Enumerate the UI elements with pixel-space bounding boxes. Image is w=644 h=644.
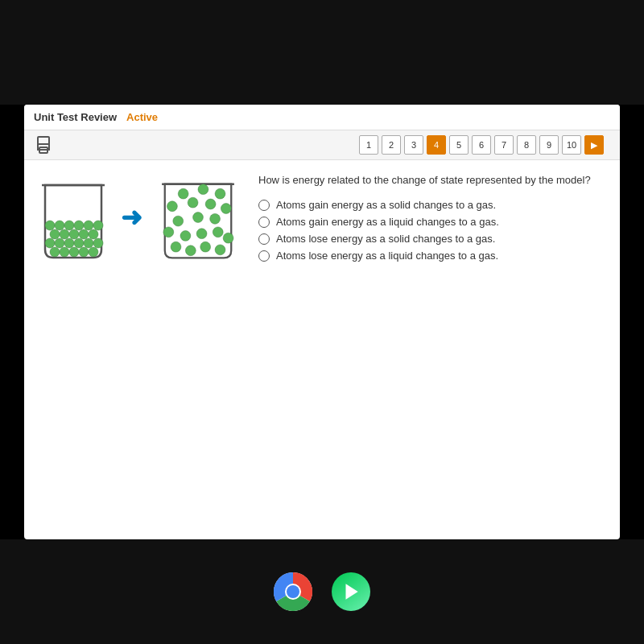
svg-point-30 [215,245,225,255]
svg-point-41 [205,199,216,209]
svg-point-19 [89,229,98,239]
svg-point-22 [64,221,74,230]
page-btn-9[interactable]: 9 [539,135,559,155]
svg-point-25 [93,221,103,230]
svg-point-6 [69,247,79,257]
status-badge: Active [126,111,158,123]
svg-point-39 [167,201,178,212]
question-text: How is energy related to the change of s… [258,173,607,188]
radio-1[interactable] [258,200,270,211]
svg-point-45 [215,188,225,199]
svg-point-15 [50,229,60,239]
svg-point-5 [60,247,69,257]
svg-point-12 [74,238,84,248]
svg-point-29 [200,242,211,252]
svg-point-37 [193,213,204,223]
option-4-text: Atoms lose energy as a liquid changes to… [276,250,498,262]
svg-point-34 [213,227,223,237]
svg-point-43 [178,188,188,199]
transition-arrow: ➜ [121,202,142,233]
header-bar: Unit Test Review Active [24,105,620,130]
page-btn-6[interactable]: 6 [472,135,491,155]
print-icon[interactable] [34,135,53,155]
page-btn-5[interactable]: 5 [449,135,469,155]
toolbar: 1 2 3 4 5 6 7 8 9 10 ▶ [24,130,620,160]
page-btn-2[interactable]: 2 [382,135,401,155]
svg-point-8 [89,247,98,257]
content-area: ➜ [24,160,620,275]
option-2-text: Atoms gain energy as a liquid changes to… [276,216,499,228]
page-btn-1[interactable]: 1 [359,135,378,155]
option-3-text: Atoms lose energy as a solid changes to … [276,233,495,245]
svg-point-31 [163,227,174,237]
svg-point-17 [69,229,79,239]
play-icon[interactable] [332,572,370,611]
svg-point-48 [287,585,299,598]
svg-point-28 [185,246,196,256]
option-4[interactable]: Atoms lose energy as a liquid changes to… [258,250,607,262]
question-area: How is energy related to the change of s… [258,173,607,262]
svg-point-42 [221,204,231,214]
svg-point-7 [79,247,89,257]
page-btn-8[interactable]: 8 [517,135,536,155]
page-btn-10[interactable]: 10 [562,135,581,155]
radio-2[interactable] [258,217,270,228]
svg-point-13 [84,238,93,248]
radio-3[interactable] [258,233,270,245]
svg-point-44 [198,184,208,195]
svg-marker-49 [346,584,358,600]
page-btn-3[interactable]: 3 [404,135,423,155]
beaker-left [37,173,109,262]
svg-point-9 [45,238,55,248]
page-next-button[interactable]: ▶ [584,135,604,155]
svg-point-27 [171,242,181,252]
svg-point-36 [173,216,184,226]
pagination: 1 2 3 4 5 6 7 8 9 10 ▶ [359,135,604,155]
page-btn-4[interactable]: 4 [427,135,446,155]
page-title: Unit Test Review [34,111,117,123]
option-3[interactable]: Atoms lose energy as a solid changes to … [258,233,607,245]
chrome-icon[interactable] [274,572,312,611]
svg-point-32 [180,231,191,242]
svg-point-33 [196,229,207,239]
option-1-text: Atoms gain energy as a solid changes to … [276,199,496,211]
svg-point-4 [50,247,60,257]
svg-point-38 [210,213,221,224]
svg-point-35 [223,233,233,243]
svg-point-16 [60,229,69,239]
svg-point-23 [74,221,84,230]
page-btn-7[interactable]: 7 [494,135,514,155]
svg-point-14 [93,238,103,248]
option-1[interactable]: Atoms gain energy as a solid changes to … [258,199,607,211]
svg-point-40 [188,197,198,208]
answer-options: Atoms gain energy as a solid changes to … [258,199,607,262]
state-change-illustration: ➜ [37,173,242,262]
radio-4[interactable] [258,250,270,262]
svg-point-20 [45,221,55,230]
svg-point-11 [64,238,74,248]
svg-point-18 [79,229,89,239]
main-screen: Unit Test Review Active 1 2 3 4 5 6 7 8 … [24,105,620,539]
svg-point-10 [55,238,64,248]
svg-point-21 [55,221,64,230]
svg-rect-0 [38,137,49,144]
beaker-right [154,173,242,262]
option-2[interactable]: Atoms gain energy as a liquid changes to… [258,216,607,228]
svg-point-24 [84,221,93,230]
